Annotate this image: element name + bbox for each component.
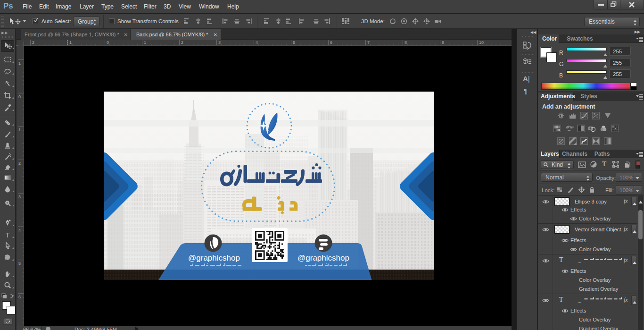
svg-text:9: 9 xyxy=(442,40,444,45)
svg-text:2: 2 xyxy=(32,40,34,45)
svg-text:@graphicshop: @graphicshop xyxy=(297,254,349,262)
svg-text:8: 8 xyxy=(405,40,407,45)
svg-text:2: 2 xyxy=(18,161,21,166)
svg-text:7: 7 xyxy=(367,40,370,45)
svg-text:10: 10 xyxy=(479,40,484,45)
svg-text:1: 1 xyxy=(18,127,21,132)
svg-text:1: 1 xyxy=(69,40,72,45)
svg-text:3: 3 xyxy=(218,40,221,45)
svg-text:6: 6 xyxy=(330,40,332,45)
svg-text:1: 1 xyxy=(144,40,146,45)
svg-text:1: 1 xyxy=(18,61,21,66)
svg-text:5: 5 xyxy=(293,40,295,45)
svg-text:4: 4 xyxy=(18,228,21,233)
svg-text:T: T xyxy=(5,231,9,239)
svg-text:3: 3 xyxy=(18,195,21,199)
svg-text:5: 5 xyxy=(18,261,21,266)
svg-text:0: 0 xyxy=(18,94,21,99)
svg-text:0: 0 xyxy=(107,40,109,45)
svg-text:4: 4 xyxy=(256,40,258,45)
svg-text:2: 2 xyxy=(181,40,183,45)
svg-text:6: 6 xyxy=(18,295,21,299)
svg-text:@graphicshop: @graphicshop xyxy=(188,254,240,262)
